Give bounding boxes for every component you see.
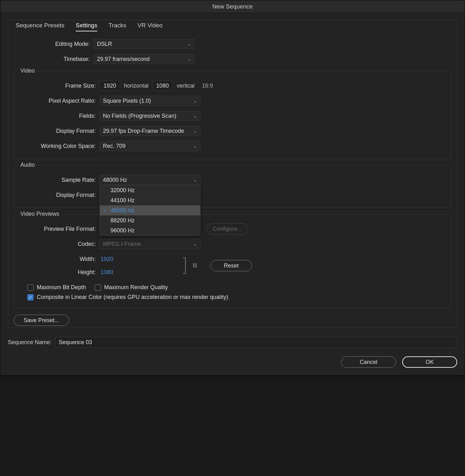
dropdown-option-44100[interactable]: 44100 Hz [100, 195, 200, 205]
select-pixel-aspect[interactable]: Square Pixels (1.0) ⌄ [99, 96, 200, 106]
dropdown-option-88200[interactable]: 88200 Hz [100, 215, 200, 225]
chevron-down-icon: ⌄ [193, 241, 197, 246]
select-fields[interactable]: No Fields (Progressive Scan) ⌄ [99, 111, 200, 121]
label-vertical: vertical [177, 83, 195, 89]
dialog-title: New Sequence [212, 3, 253, 10]
video-previews-group: Video Previews Preview File Format: Conf… [14, 214, 451, 308]
dropdown-option-48000[interactable]: ✓ 48000 Hz [100, 205, 200, 215]
label-editing-mode: Editing Mode: [14, 41, 94, 47]
ok-button[interactable]: OK [402, 356, 457, 368]
tab-vr-video[interactable]: VR Video [137, 22, 163, 31]
label-max-bit-depth: Maximum Bit Depth [37, 284, 86, 291]
reset-button[interactable]: Reset [211, 260, 252, 271]
tab-settings[interactable]: Settings [76, 22, 97, 31]
checkbox-max-bit-depth[interactable] [27, 284, 34, 291]
check-icon: ✓ [103, 208, 107, 214]
select-codec: MPEG I-Frame ⌄ [99, 239, 200, 249]
checkbox-max-render-quality[interactable] [95, 284, 101, 291]
input-frame-height[interactable] [152, 81, 173, 91]
label-audio-display-format: Display Format: [20, 192, 99, 198]
save-preset-button[interactable]: Save Preset... [14, 315, 69, 326]
chevron-down-icon: ⌄ [193, 98, 197, 103]
label-pixel-aspect: Pixel Aspect Ratio: [20, 98, 99, 104]
label-max-render-quality: Maximum Render Quality [104, 284, 168, 291]
preview-width-value[interactable]: 1920 [101, 256, 113, 262]
select-working-color-space[interactable]: Rec. 709 ⌄ [99, 141, 200, 151]
configure-button[interactable]: Configure... [207, 223, 248, 235]
select-sample-rate[interactable]: 48000 Hz ⌄ [99, 175, 200, 185]
new-sequence-dialog: New Sequence Sequence Presets Settings T… [0, 0, 465, 376]
select-editing-mode-value: DSLR [97, 41, 112, 47]
input-sequence-name[interactable] [55, 337, 457, 348]
select-editing-mode[interactable]: DSLR ⌄ [94, 39, 195, 49]
label-preview-file-format: Preview File Format: [20, 226, 99, 232]
cancel-button[interactable]: Cancel [341, 356, 396, 368]
input-frame-width[interactable] [99, 81, 120, 91]
audio-group: Audio Sample Rate: 48000 Hz ⌄ Display Fo… [14, 165, 451, 208]
chevron-down-icon: ⌄ [193, 128, 197, 133]
select-timebase[interactable]: 29.97 frames/second ⌄ [94, 54, 195, 64]
chevron-down-icon: ⌄ [193, 113, 197, 118]
chevron-down-icon: ⌄ [187, 57, 191, 62]
select-pixel-aspect-value: Square Pixels (1.0) [103, 98, 151, 104]
chain-link-icon[interactable]: ⛓ [192, 263, 197, 268]
select-video-display-format[interactable]: 29.97 fps Drop-Frame Timecode ⌄ [99, 126, 200, 136]
legend-audio: Audio [19, 162, 37, 168]
legend-video: Video [19, 68, 37, 74]
label-aspect-ratio: 16:9 [202, 83, 213, 89]
label-working-color-space: Working Color Space: [20, 143, 99, 149]
label-sample-rate: Sample Rate: [20, 177, 99, 183]
label-preview-height: Height: [20, 269, 99, 276]
label-preview-width: Width: [20, 256, 99, 262]
label-timebase: Timebase: [14, 56, 94, 62]
label-composite-linear: Composite in Linear Color (requires GPU … [37, 294, 228, 300]
label-frame-size: Frame Size: [20, 83, 99, 89]
select-timebase-value: 29.97 frames/second [97, 56, 150, 62]
sample-rate-dropdown[interactable]: 32000 Hz 44100 Hz ✓ 48000 Hz 88200 Hz 96… [99, 185, 200, 236]
chevron-down-icon: ⌄ [193, 143, 197, 149]
checkbox-composite-linear[interactable]: ✓ [27, 294, 34, 300]
tab-sequence-presets[interactable]: Sequence Presets [16, 22, 64, 31]
dialog-titlebar: New Sequence [0, 0, 465, 13]
dropdown-option-32000[interactable]: 32000 Hz [100, 185, 200, 195]
legend-video-previews: Video Previews [19, 211, 61, 217]
label-codec: Codec: [20, 241, 99, 247]
dropdown-option-96000[interactable]: 96000 Hz [100, 225, 200, 235]
label-video-display-format: Display Format: [20, 128, 99, 134]
label-horizontal: horizontal [124, 83, 148, 89]
tab-tracks[interactable]: Tracks [109, 22, 126, 31]
chevron-down-icon: ⌄ [187, 41, 191, 46]
video-group: Video Frame Size: horizontal vertical 16… [14, 71, 451, 159]
select-sample-rate-value: 48000 Hz [103, 177, 127, 183]
bracket-icon [182, 257, 188, 274]
select-video-display-format-value: 29.97 fps Drop-Frame Timecode [103, 128, 184, 134]
select-wcs-value: Rec. 709 [103, 143, 126, 149]
settings-group: Sequence Presets Settings Tracks VR Vide… [8, 20, 457, 328]
label-fields: Fields: [20, 113, 99, 119]
tabs: Sequence Presets Settings Tracks VR Vide… [14, 22, 451, 31]
select-fields-value: No Fields (Progressive Scan) [103, 113, 176, 119]
chevron-down-icon: ⌄ [193, 177, 197, 182]
select-codec-value: MPEG I-Frame [103, 241, 141, 247]
preview-height-value[interactable]: 1080 [101, 269, 113, 276]
label-sequence-name: Sequence Name: [8, 339, 51, 346]
